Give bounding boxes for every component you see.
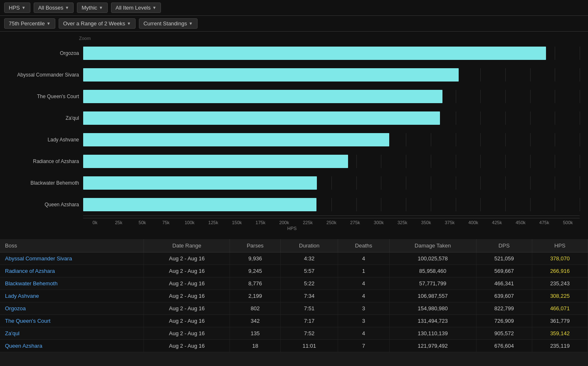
table-row: Za'qulAug 2 - Aug 161357:524130,110,1399… xyxy=(0,327,588,340)
all-item-levels-chevron: ▼ xyxy=(152,5,156,10)
table-cell: 4:32 xyxy=(281,252,338,265)
x-tick: 475k xyxy=(532,220,556,225)
mythic-label: Mythic xyxy=(82,5,97,11)
bar-track xyxy=(83,47,580,60)
table-cell: 18 xyxy=(230,340,281,352)
bar-fill xyxy=(83,176,317,190)
table-cell: Aug 2 - Aug 16 xyxy=(144,265,230,277)
date-range-button[interactable]: Over a Range of 2 Weeks ▼ xyxy=(59,18,136,29)
bar-fill xyxy=(83,155,348,168)
x-tick: 175k xyxy=(249,220,272,225)
percentile-button[interactable]: 75th Percentile ▼ xyxy=(4,18,55,29)
table-row: Abyssal Commander SivaraAug 2 - Aug 169,… xyxy=(0,252,588,265)
all-bosses-button[interactable]: All Bosses ▼ xyxy=(34,2,74,13)
x-axis: 0k25k50k75k100k125k150k175k200k225k250k2… xyxy=(83,218,580,225)
table-cell: 7:52 xyxy=(281,327,338,340)
table-header-cell: Damage Taken xyxy=(389,239,476,252)
x-tick: 325k xyxy=(390,220,414,225)
bar-row: Blackwater Behemoth xyxy=(4,172,580,194)
bar-label: Orgozoa xyxy=(4,50,83,56)
table-header-cell: Duration xyxy=(281,239,338,252)
table-cell: Aug 2 - Aug 16 xyxy=(144,340,230,352)
table-cell: 121,979,492 xyxy=(389,340,476,352)
table-header-cell: DPS xyxy=(476,239,532,252)
table-cell: 361,779 xyxy=(532,315,588,327)
x-tick: 25k xyxy=(107,220,131,225)
table-cell: 85,958,460 xyxy=(389,265,476,277)
standings-button[interactable]: Current Standings ▼ xyxy=(139,18,198,29)
table-cell: 235,119 xyxy=(532,340,588,352)
table-cell[interactable]: Blackwater Behemoth xyxy=(0,277,144,290)
x-tick: 125k xyxy=(201,220,225,225)
table-cell: Aug 2 - Aug 16 xyxy=(144,290,230,302)
table-cell: 9,936 xyxy=(230,252,281,265)
standings-label: Current Standings xyxy=(143,20,187,27)
table-header-cell: Deaths xyxy=(338,239,389,252)
table-cell: 5:57 xyxy=(281,265,338,277)
table-cell: 569,667 xyxy=(476,265,532,277)
table-header-row: BossDate RangeParsesDurationDeathsDamage… xyxy=(0,239,588,252)
table-cell: 359,142 xyxy=(532,327,588,340)
bar-fill xyxy=(83,111,440,125)
table-cell: 4 xyxy=(338,290,389,302)
table-cell: 4 xyxy=(338,277,389,290)
x-tick: 225k xyxy=(296,220,320,225)
data-table: BossDate RangeParsesDurationDeathsDamage… xyxy=(0,239,588,352)
x-tick: 100k xyxy=(178,220,201,225)
table-cell: Aug 2 - Aug 16 xyxy=(144,302,230,315)
table-header-cell: HPS xyxy=(532,239,588,252)
bar-track xyxy=(83,198,580,211)
bar-label: Queen Azshara xyxy=(4,202,83,208)
mythic-button[interactable]: Mythic ▼ xyxy=(77,2,107,13)
table-cell: 7:51 xyxy=(281,302,338,315)
table-cell: 57,771,799 xyxy=(389,277,476,290)
table-header-cell: Parses xyxy=(230,239,281,252)
bar-label: Lady Ashvane xyxy=(4,137,83,143)
all-item-levels-button[interactable]: All Item Levels ▼ xyxy=(111,2,161,13)
table-cell[interactable]: Lady Ashvane xyxy=(0,290,144,302)
table-cell: 378,070 xyxy=(532,252,588,265)
x-tick: 425k xyxy=(485,220,509,225)
x-tick: 350k xyxy=(414,220,438,225)
chart-bars: OrgozoaAbyssal Commander SivaraThe Queen… xyxy=(4,42,580,215)
table-row: OrgozoaAug 2 - Aug 168027:513154,980,980… xyxy=(0,302,588,315)
x-tick: 275k xyxy=(343,220,367,225)
table-cell: 822,799 xyxy=(476,302,532,315)
table-row: Lady AshvaneAug 2 - Aug 162,1997:344106,… xyxy=(0,290,588,302)
bar-row: Orgozoa xyxy=(4,42,580,64)
hps-button[interactable]: HPS ▼ xyxy=(4,2,30,13)
table-cell[interactable]: Radiance of Azshara xyxy=(0,265,144,277)
date-range-label: Over a Range of 2 Weeks xyxy=(63,20,125,27)
x-tick: 150k xyxy=(225,220,249,225)
table-cell: Aug 2 - Aug 16 xyxy=(144,277,230,290)
table-cell[interactable]: Za'qul xyxy=(0,327,144,340)
table-cell[interactable]: Abyssal Commander Sivara xyxy=(0,252,144,265)
x-tick: 500k xyxy=(556,220,580,225)
bar-row: Abyssal Commander Sivara xyxy=(4,64,580,86)
table-cell: 9,245 xyxy=(230,265,281,277)
table-cell[interactable]: The Queen's Court xyxy=(0,315,144,327)
bar-row: Lady Ashvane xyxy=(4,129,580,151)
table-cell: 106,987,557 xyxy=(389,290,476,302)
table-cell: 4 xyxy=(338,252,389,265)
hps-label: HPS xyxy=(9,5,20,11)
table-cell: 5:22 xyxy=(281,277,338,290)
mythic-chevron: ▼ xyxy=(99,5,103,10)
bar-label: The Queen's Court xyxy=(4,94,83,99)
table-cell: 1 xyxy=(338,265,389,277)
table-cell: 639,607 xyxy=(476,290,532,302)
table-cell: 521,059 xyxy=(476,252,532,265)
standings-chevron: ▼ xyxy=(189,21,193,26)
table-row: Queen AzsharaAug 2 - Aug 161811:017121,9… xyxy=(0,340,588,352)
percentile-chevron: ▼ xyxy=(47,21,51,26)
table-cell[interactable]: Queen Azshara xyxy=(0,340,144,352)
x-tick: 400k xyxy=(462,220,485,225)
table-cell: Aug 2 - Aug 16 xyxy=(144,315,230,327)
percentile-label: 75th Percentile xyxy=(9,20,45,27)
bar-fill xyxy=(83,90,442,103)
all-bosses-label: All Bosses xyxy=(38,5,64,11)
table-cell: 466,341 xyxy=(476,277,532,290)
table-cell[interactable]: Orgozoa xyxy=(0,302,144,315)
bar-fill xyxy=(83,47,546,60)
date-range-chevron: ▼ xyxy=(127,21,131,26)
